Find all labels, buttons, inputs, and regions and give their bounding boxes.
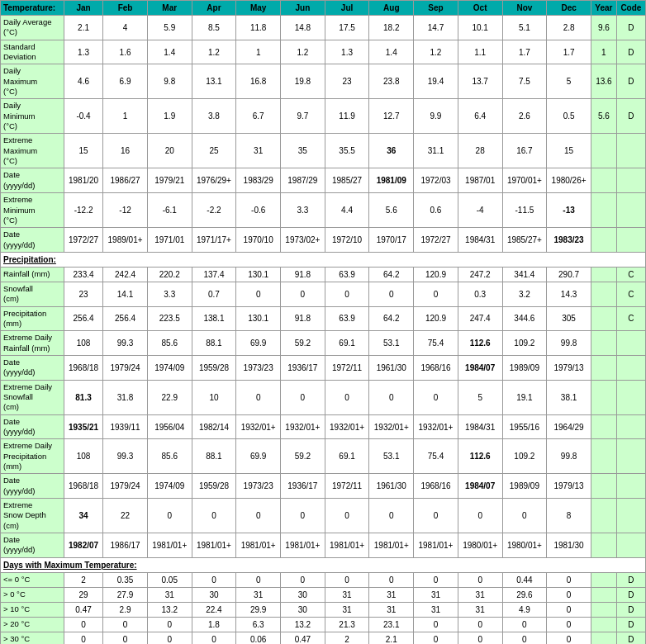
table-row: Daily Minimum (°C)-0.411.93.86.79.711.91… xyxy=(1,99,646,134)
table-row: Date (yyyy/dd)1981/201986/271979/211976/… xyxy=(1,168,646,193)
data-cell xyxy=(591,414,616,439)
data-cell: 1959/28 xyxy=(192,355,236,380)
data-cell: 1.2 xyxy=(192,40,236,64)
data-cell: 0 xyxy=(192,499,236,533)
data-cell: 1982/07 xyxy=(64,533,102,558)
data-cell: 1959/28 xyxy=(192,474,236,499)
data-cell: 112.6 xyxy=(458,439,502,474)
data-cell: 3.3 xyxy=(147,282,192,306)
data-cell: 23.1 xyxy=(369,617,414,632)
data-cell: 341.4 xyxy=(502,267,547,282)
data-cell: D xyxy=(616,602,645,617)
data-cell: 305 xyxy=(547,306,591,331)
data-cell: 1982/14 xyxy=(192,414,236,439)
data-cell: C xyxy=(616,267,645,282)
data-cell: 16.8 xyxy=(236,64,281,99)
data-cell xyxy=(591,602,616,617)
data-cell: 109.2 xyxy=(502,331,547,356)
data-cell: 1.4 xyxy=(147,40,192,64)
data-cell xyxy=(591,193,616,228)
data-cell: 1.4 xyxy=(369,40,414,64)
row-label: Date (yyyy/dd) xyxy=(1,168,64,193)
row-label: Rainfall (mm) xyxy=(1,267,64,282)
table-row: Date (yyyy/dd)1982/071986/171981/01+1981… xyxy=(1,533,646,558)
data-cell: 1980/01+ xyxy=(458,533,502,558)
data-cell xyxy=(591,228,616,253)
data-cell: 88.1 xyxy=(192,331,236,356)
data-cell: 0 xyxy=(147,632,192,644)
table-row: Days with Maximum Temperature: xyxy=(1,557,646,572)
data-cell: 59.2 xyxy=(281,331,325,356)
data-cell: 29.6 xyxy=(502,587,547,602)
data-cell: 0.05 xyxy=(147,572,192,587)
data-cell: 1968/16 xyxy=(414,355,458,380)
data-cell: 0 xyxy=(458,632,502,644)
data-cell: 21.3 xyxy=(325,617,369,632)
data-cell: 85.6 xyxy=(147,439,192,474)
data-cell: 1936/17 xyxy=(281,355,325,380)
data-cell: 4.9 xyxy=(502,602,547,617)
data-cell: 1986/27 xyxy=(103,168,148,193)
data-cell: 11.8 xyxy=(236,16,281,40)
data-cell: 0 xyxy=(147,617,192,632)
data-cell: 1 xyxy=(103,99,148,134)
data-cell: 1981/01+ xyxy=(414,533,458,558)
data-cell: 1973/02+ xyxy=(281,228,325,253)
data-cell: 1987/29 xyxy=(281,168,325,193)
col-header-label: Temperature: xyxy=(1,1,64,16)
data-cell: D xyxy=(616,617,645,632)
data-cell: 0 xyxy=(281,282,325,306)
data-cell: 1972/10 xyxy=(325,228,369,253)
data-cell: 137.4 xyxy=(192,267,236,282)
col-header-feb: Feb xyxy=(103,1,148,16)
data-cell: 63.9 xyxy=(325,267,369,282)
data-cell: 5 xyxy=(458,380,502,414)
data-cell: 2.1 xyxy=(64,16,102,40)
table-row: Standard Deviation1.31.61.41.211.21.31.4… xyxy=(1,40,646,64)
data-cell: D xyxy=(616,40,645,64)
data-cell: 120.9 xyxy=(414,306,458,331)
data-cell: 247.2 xyxy=(458,267,502,282)
table-row: > 30 °C00000.060.4722.10000D xyxy=(1,632,646,644)
data-cell: D xyxy=(616,572,645,587)
data-cell: 0 xyxy=(547,632,591,644)
data-cell: 5.1 xyxy=(502,16,547,40)
row-label: Date (yyyy/dd) xyxy=(1,414,64,439)
row-label: Extreme Maximum (°C) xyxy=(1,134,64,168)
data-cell: 0 xyxy=(192,632,236,644)
data-cell: 1979/24 xyxy=(103,355,148,380)
table-row: <= 0 °C20.350.0500000000.440D xyxy=(1,572,646,587)
data-cell: 1932/01+ xyxy=(281,414,325,439)
data-cell: 1974/09 xyxy=(147,355,192,380)
data-cell: -6.1 xyxy=(147,193,192,228)
row-label: Standard Deviation xyxy=(1,40,64,64)
data-cell: 1932/01+ xyxy=(414,414,458,439)
data-cell: 3.3 xyxy=(281,193,325,228)
data-cell: 13.2 xyxy=(147,602,192,617)
data-cell: 1932/01+ xyxy=(369,414,414,439)
data-cell: 0 xyxy=(458,572,502,587)
data-cell: D xyxy=(616,99,645,134)
data-cell: -2.2 xyxy=(192,193,236,228)
data-cell: 2 xyxy=(64,572,102,587)
data-cell xyxy=(616,499,645,533)
data-cell: 1984/07 xyxy=(458,474,502,499)
data-cell: 91.8 xyxy=(281,267,325,282)
data-cell: 1.7 xyxy=(502,40,547,64)
data-cell: 0.5 xyxy=(547,99,591,134)
data-cell: 1936/17 xyxy=(281,474,325,499)
col-header-jun: Jun xyxy=(281,1,325,16)
header-row: Temperature: Jan Feb Mar Apr May Jun Jul… xyxy=(1,1,646,16)
data-cell: 14.1 xyxy=(103,282,148,306)
data-cell: C xyxy=(616,282,645,306)
data-cell: 1932/01+ xyxy=(236,414,281,439)
data-cell xyxy=(591,134,616,168)
data-cell: 31 xyxy=(369,602,414,617)
col-header-jan: Jan xyxy=(64,1,102,16)
data-cell: 29.9 xyxy=(236,602,281,617)
data-cell: 1980/01+ xyxy=(502,533,547,558)
data-cell: 1961/30 xyxy=(369,355,414,380)
data-cell: 2.1 xyxy=(369,632,414,644)
data-cell: 1968/16 xyxy=(414,474,458,499)
data-cell: 1989/01+ xyxy=(103,228,148,253)
